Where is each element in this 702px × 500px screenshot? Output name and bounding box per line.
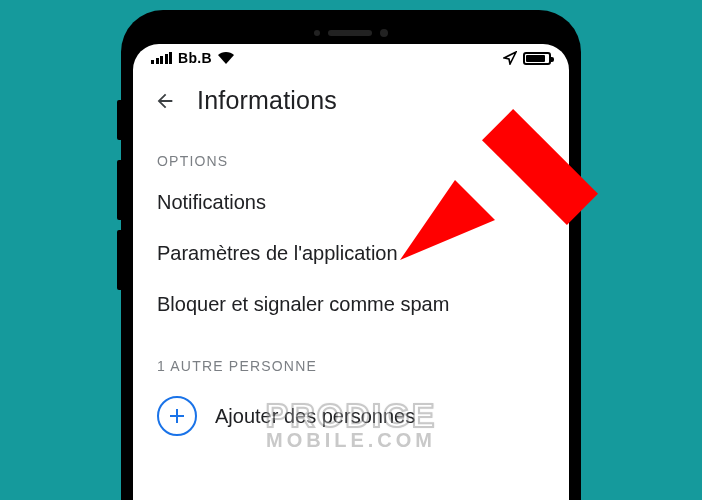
add-people-label: Ajouter des personnes (215, 405, 415, 428)
status-bar: Bb.B (133, 44, 569, 72)
phone-side-button (117, 230, 121, 290)
option-block-spam[interactable]: Bloquer et signaler comme spam (133, 279, 569, 330)
section-label-options: OPTIONS (133, 125, 569, 177)
section-label-people: 1 AUTRE PERSONNE (133, 330, 569, 382)
location-icon (503, 51, 517, 65)
phone-side-button (117, 100, 121, 140)
carrier-label: Bb.B (178, 50, 212, 66)
phone-side-button (117, 160, 121, 220)
option-app-settings[interactable]: Paramètres de l'application (133, 228, 569, 279)
wifi-icon (218, 52, 234, 64)
phone-notch (133, 22, 569, 44)
signal-icon (151, 52, 172, 64)
plus-circle-icon (157, 396, 197, 436)
app-bar: Informations (133, 72, 569, 125)
option-notifications[interactable]: Notifications (133, 177, 569, 228)
phone-screen: Bb.B Informations OPTIONS Notification (133, 44, 569, 500)
page-title: Informations (197, 86, 337, 115)
battery-icon (523, 52, 551, 65)
add-people-button[interactable]: Ajouter des personnes (133, 382, 569, 466)
phone-frame: Bb.B Informations OPTIONS Notification (121, 10, 581, 500)
back-button[interactable] (153, 89, 177, 113)
arrow-left-icon (154, 90, 176, 112)
